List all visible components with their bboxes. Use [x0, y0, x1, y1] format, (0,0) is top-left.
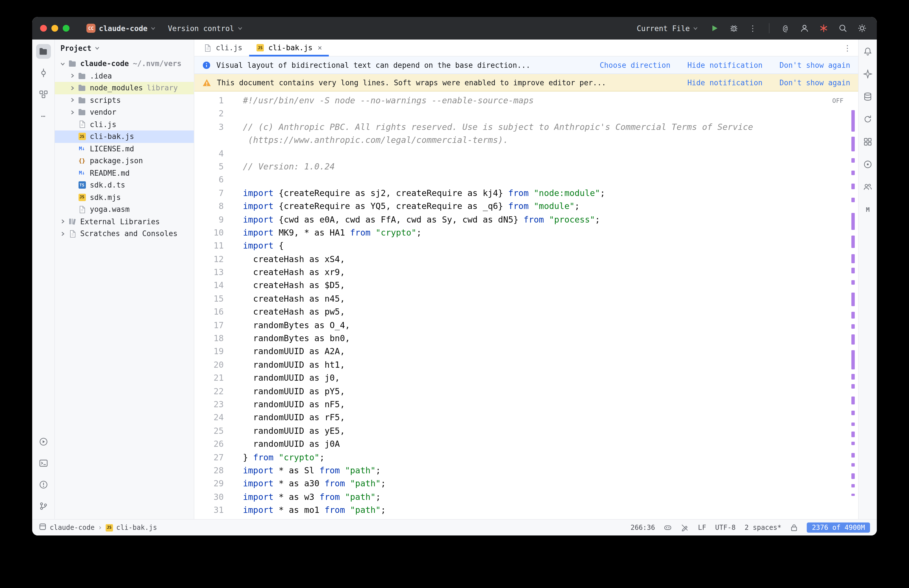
- maven-tool-icon[interactable]: M: [861, 202, 875, 217]
- line-separator-widget[interactable]: LF: [698, 523, 706, 531]
- code-line-6[interactable]: 6: [194, 174, 858, 187]
- minimize-button[interactable]: [52, 25, 58, 32]
- code-line-18[interactable]: 18 randomBytes as bn0,: [194, 332, 858, 346]
- code-line-22[interactable]: 22 randomUUID as pY5,: [194, 385, 858, 398]
- code-line-5[interactable]: 5// Version: 1.0.24: [194, 160, 858, 174]
- memory-indicator[interactable]: 2376 of 4900M: [807, 522, 870, 533]
- terminal-tool-icon[interactable]: [36, 456, 50, 470]
- search-everywhere-button[interactable]: [837, 23, 849, 34]
- code-line-3[interactable]: 3// (c) Anthropic PBC. All rights reserv…: [194, 121, 858, 134]
- code-line-21[interactable]: 21 randomUUID as j0,: [194, 372, 858, 385]
- breadcrumb-file[interactable]: cli-bak.js: [116, 523, 157, 531]
- code-line-10[interactable]: 10import MK9, * as HA1 from "crypto";: [194, 226, 858, 240]
- run-button[interactable]: [709, 23, 720, 34]
- indent-widget[interactable]: 2 spaces*: [744, 523, 781, 531]
- code-line-15[interactable]: 15 createHash as n45,: [194, 292, 858, 306]
- code-line-29[interactable]: 29import * as a30 from "path";: [194, 478, 858, 491]
- services-tool-icon[interactable]: [36, 435, 50, 449]
- structure-tool-icon[interactable]: [36, 87, 50, 102]
- tree-item-node-modules[interactable]: node_moduleslibrary: [55, 82, 194, 94]
- code-line-24[interactable]: 24 randomUUID as rF5,: [194, 412, 858, 425]
- close-tab-icon[interactable]: ×: [318, 44, 322, 52]
- tree-item-license-md[interactable]: M↓LICENSE.md: [55, 143, 194, 155]
- code-line-19[interactable]: 19 randomUUID as A2A,: [194, 346, 858, 359]
- code-editor[interactable]: 1#!/usr/bin/env -S node --no-warnings --…: [194, 92, 858, 519]
- code-line-20[interactable]: 20 randomUUID as ht1,: [194, 359, 858, 372]
- tree-item-cli-js[interactable]: cli.js: [55, 118, 194, 131]
- tab-cli-bak-js[interactable]: JScli-bak.js×: [249, 40, 329, 56]
- settings-sync-tool-icon[interactable]: [861, 112, 875, 126]
- breadcrumb[interactable]: claude-code › JS cli-bak.js: [39, 523, 157, 532]
- collaboration-tool-icon[interactable]: [861, 179, 875, 194]
- code-line-2[interactable]: 2: [194, 108, 858, 121]
- code-line-7[interactable]: 7import {createRequire as sj2, createReq…: [194, 187, 858, 200]
- chevron-right-icon[interactable]: [68, 86, 76, 90]
- code-line-26[interactable]: 26 randomUUID as j0A: [194, 438, 858, 451]
- code-line-1[interactable]: 1#!/usr/bin/env -S node --no-warnings --…: [194, 94, 858, 108]
- choose-direction-link[interactable]: Choose direction: [600, 61, 670, 69]
- tree-item-cli-bak-js[interactable]: JScli-bak.js: [55, 131, 194, 143]
- info-dont-show-again-link[interactable]: Don't show again: [780, 61, 850, 69]
- zoom-button[interactable]: [63, 25, 69, 32]
- project-tool-icon[interactable]: [36, 44, 50, 59]
- code-line-4[interactable]: 4: [194, 147, 858, 160]
- chevron-right-icon[interactable]: [68, 110, 76, 115]
- code-line-8[interactable]: 8import {createRequire as YQ5, createReq…: [194, 200, 858, 213]
- highlighting-level-icon[interactable]: [681, 523, 689, 531]
- notifications-tool-icon[interactable]: [861, 44, 875, 59]
- caret-position-widget[interactable]: 266:36: [630, 523, 655, 531]
- project-widget[interactable]: CC claude-code: [83, 21, 159, 35]
- chevron-right-icon[interactable]: [68, 98, 76, 103]
- chevron-right-icon[interactable]: [68, 74, 76, 78]
- chevron-right-icon[interactable]: [58, 220, 67, 224]
- code-line-16[interactable]: 16 createHash as pw5,: [194, 306, 858, 319]
- debug-button[interactable]: [728, 23, 739, 34]
- build-tool-icon[interactable]: [861, 157, 875, 172]
- warn-dont-show-again-link[interactable]: Don't show again: [780, 78, 850, 87]
- code-line-23[interactable]: 23 randomUUID as nF5,: [194, 398, 858, 412]
- code-line-31[interactable]: 31import * as mo1 from "path";: [194, 504, 858, 517]
- vcs-widget[interactable]: Version control: [165, 22, 245, 35]
- project-panel-header[interactable]: Project: [55, 40, 194, 57]
- code-line-25[interactable]: 25 randomUUID as yE5,: [194, 425, 858, 438]
- database-tool-icon[interactable]: [861, 89, 875, 104]
- plugins-tool-icon[interactable]: [861, 134, 875, 149]
- code-line-13[interactable]: 13 createHash as xr9,: [194, 266, 858, 279]
- settings-button[interactable]: [856, 23, 868, 34]
- run-configuration-selector[interactable]: Current File: [633, 22, 701, 35]
- code-line-9[interactable]: 9import {cwd as e0A, cwd as FfA, cwd as …: [194, 213, 858, 226]
- tree-item-scripts[interactable]: scripts: [55, 94, 194, 106]
- ai-assistant-tool-icon[interactable]: [861, 67, 875, 81]
- mentions-icon[interactable]: @: [780, 23, 791, 34]
- code-line-28[interactable]: 28import * as Sl from "path";: [194, 464, 858, 478]
- code-line-30[interactable]: 30import * as w3 from "path";: [194, 491, 858, 504]
- info-hide-notification-link[interactable]: Hide notification: [687, 61, 762, 69]
- plugin-alert-icon[interactable]: [818, 23, 829, 34]
- more-actions-button[interactable]: ⋮: [748, 23, 759, 34]
- tree-item-external-libraries[interactable]: External Libraries: [55, 215, 194, 228]
- tab-cli-js[interactable]: cli.js: [197, 40, 249, 56]
- close-button[interactable]: [40, 25, 47, 32]
- chevron-down-icon[interactable]: [58, 61, 67, 66]
- tree-item-yoga-wasm[interactable]: yoga.wasm: [55, 204, 194, 215]
- breadcrumb-root[interactable]: claude-code: [50, 523, 95, 531]
- tree-item-claude-code[interactable]: claude-code~/.nvm/vers: [55, 58, 194, 70]
- tree-item-readme-md[interactable]: M↓README.md: [55, 167, 194, 179]
- tree-item-sdk-mjs[interactable]: JSsdk.mjs: [55, 191, 194, 204]
- commit-tool-icon[interactable]: [36, 66, 50, 80]
- copilot-icon[interactable]: [664, 523, 672, 531]
- tree-item-sdk-d-ts[interactable]: TSsdk.d.ts: [55, 179, 194, 191]
- inspections-widget[interactable]: OFF: [832, 94, 843, 108]
- tree-item-scratches-and-consoles[interactable]: Scratches and Consoles: [55, 228, 194, 240]
- code-line-14[interactable]: 14 createHash as $D5,: [194, 279, 858, 292]
- profile-icon[interactable]: [799, 23, 810, 34]
- encoding-widget[interactable]: UTF-8: [715, 523, 736, 531]
- git-tool-icon[interactable]: [36, 499, 50, 514]
- problems-tool-icon[interactable]: [36, 477, 50, 492]
- code-line-12[interactable]: 12 createHash as xS4,: [194, 253, 858, 266]
- code-line-wrap[interactable]: (https://www.anthropic.com/legal/commerc…: [194, 134, 858, 147]
- editor-scrollbar[interactable]: [850, 92, 856, 519]
- warn-hide-notification-link[interactable]: Hide notification: [687, 78, 762, 87]
- chevron-right-icon[interactable]: [58, 232, 67, 236]
- more-tool-icon[interactable]: ⋯: [36, 108, 50, 123]
